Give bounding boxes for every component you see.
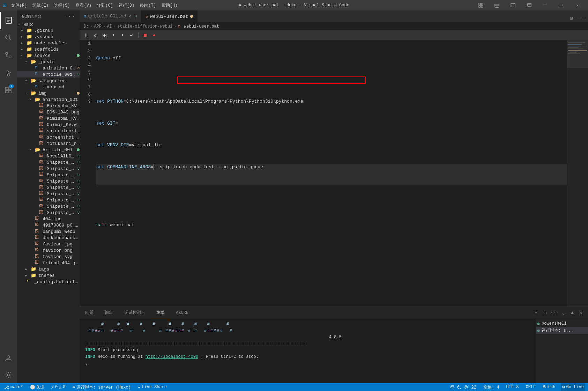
window-minimize-button[interactable]: ─ <box>537 0 553 10</box>
explorer-icon[interactable] <box>0 12 17 29</box>
sidebar-item-darkmode[interactable]: ▶🖼darkmodebackgro... <box>17 235 80 241</box>
status-errors[interactable]: ✗ 0 △ 0 <box>50 383 67 391</box>
breadcrumb-ai[interactable]: AI <box>107 24 112 29</box>
sidebar-item-snipaste3[interactable]: ▶🖼Snipaste_20...U <box>17 172 80 178</box>
terminal-main[interactable]: # # # # # # # # # # ##### #### # # # ###… <box>80 319 536 383</box>
window-restore-button[interactable]: □ <box>553 0 569 10</box>
window-layout-btn[interactable] <box>489 0 505 10</box>
sidebar-item-snipaste6[interactable]: ▶🖼Snipaste_20...U <box>17 191 80 197</box>
sidebar-item-tags[interactable]: ▶ 📁 tags <box>17 266 80 272</box>
source-control-activity-icon[interactable] <box>0 47 17 64</box>
sidebar-item-onimai[interactable]: ▶🖼Onimai_KV.webp <box>17 121 80 128</box>
breadcrumb-file[interactable]: ⚙ webui-user.bat <box>178 24 219 29</box>
menu-goto[interactable]: 转到(G) <box>95 2 115 9</box>
window-sidebar-btn[interactable] <box>505 0 521 10</box>
panel-collapse-icon[interactable]: ⌄ <box>559 309 567 317</box>
sidebar-item-bokuyaba[interactable]: ▶🖼Bokuyaba_KV2.w... <box>17 103 80 109</box>
sidebar-item-snipaste8[interactable]: ▶🖼Snipaste_20...U <box>17 203 80 209</box>
debug-step-up-btn[interactable]: ⬆ <box>110 31 117 39</box>
sidebar-item-snipaste9[interactable]: ▶🖼Snipaste_20...U <box>17 209 80 216</box>
sidebar-item-snipaste4[interactable]: ▶🖼Snipaste_20...U <box>17 178 80 184</box>
sidebar-item-snipaste2[interactable]: ▶🖼Snipaste_20...U <box>17 165 80 172</box>
sidebar-options-icon[interactable]: ··· <box>64 13 75 20</box>
status-cursor-position[interactable]: 行 6, 列 22 <box>449 383 477 391</box>
panel-new-terminal-icon[interactable]: + <box>532 309 540 317</box>
sidebar-item-img[interactable]: ▾ 📂 img <box>17 90 80 96</box>
menu-edit[interactable]: 编辑(E) <box>30 2 51 9</box>
breadcrumb-drive[interactable]: D: <box>84 24 89 29</box>
sidebar-item-faviconjpg[interactable]: ▶🖼favicon.jpg <box>17 241 80 247</box>
status-sync[interactable]: ⚪ 0△0 <box>29 383 46 391</box>
tab-close-article001[interactable]: ✕ <box>128 14 131 19</box>
sidebar-item-friend404[interactable]: ▶🖼friend_404.gif <box>17 260 80 266</box>
terminal-side-runscript[interactable]: ⊡ 运行脚本: s... <box>536 327 588 334</box>
sidebar-item-animation00[interactable]: ▶ M animation_00... M <box>17 65 80 71</box>
panel-tab-problems[interactable]: 问题 <box>80 307 99 319</box>
sidebar-item-scaffolds[interactable]: ▶ 📁 scaffolds <box>17 46 80 52</box>
status-language[interactable]: Batch <box>541 383 557 391</box>
sidebar-item-novelai[interactable]: ▶🖼NovelAILOG...U <box>17 153 80 159</box>
menu-select[interactable]: 选择(S) <box>52 2 72 9</box>
sidebar-item-bangumi[interactable]: ▶🖼bangumi.webp <box>17 228 80 235</box>
tree-root-hexo[interactable]: ▾ HEXO <box>17 22 80 27</box>
status-branch[interactable]: ⎇ main* <box>3 383 24 391</box>
sidebar-item-themes[interactable]: ▶ 📁 themes <box>17 272 80 279</box>
sidebar-item-404jpg[interactable]: ▶🖼404.jpg <box>17 216 80 222</box>
sidebar-item-config-butterfly[interactable]: ▶ Y _config.butterfly.yml <box>17 279 80 285</box>
sidebar-item-screenshot[interactable]: ▶🖼screenshot_boku... <box>17 134 80 140</box>
debug-step-back-btn[interactable]: ↩ <box>128 31 135 39</box>
account-activity-icon[interactable] <box>0 350 17 367</box>
sidebar-item-categories[interactable]: ▾ 📂 categories <box>17 78 80 84</box>
panel-tab-output[interactable]: 输出 <box>99 307 119 319</box>
code-content[interactable]: @echo off set PYTHON=C:\Users\misak\AppD… <box>94 40 567 307</box>
panel-tab-azure[interactable]: AZURE <box>170 307 194 319</box>
sidebar-item-faviconsvg[interactable]: ▶🖼favicon.svg <box>17 253 80 260</box>
status-spaces[interactable]: 空格: 4 <box>482 383 501 391</box>
status-encoding[interactable]: UTF-8 <box>505 383 520 391</box>
sidebar-item-kimisomu[interactable]: ▶🖼Kimisomu_KV2.w... <box>17 115 80 121</box>
tab-webui-bat[interactable]: ⚙ webui-user.bat <box>141 10 198 22</box>
sidebar-item-e05[interactable]: ▶🖼E05-1949.png <box>17 109 80 115</box>
panel-tab-debug-console[interactable]: 调试控制台 <box>119 307 151 319</box>
status-run-script[interactable]: ⊕ 运行脚本: server (Hexo) <box>71 383 132 391</box>
extensions-activity-icon[interactable]: 1 <box>0 82 17 98</box>
run-debug-activity-icon[interactable] <box>0 64 17 81</box>
debug-step-down-btn[interactable]: ⬇ <box>119 31 126 39</box>
sidebar-item-sakura[interactable]: ▶🖼sakurainorio.webp <box>17 128 80 134</box>
sidebar-item-snipaste5[interactable]: ▶🖼Snipaste_20...U <box>17 184 80 191</box>
sidebar-item-animation001-folder[interactable]: ▾ 📂 animation_001 <box>17 96 80 103</box>
more-actions-icon[interactable]: ··· <box>577 14 585 22</box>
sidebar-item-snipaste1[interactable]: ▶🖼Snipaste_20...U <box>17 159 80 165</box>
panel-more-icon[interactable]: ··· <box>550 309 558 317</box>
breadcrumb-app[interactable]: APP <box>94 24 102 29</box>
sidebar-item-posts[interactable]: ▾ 📂 _posts <box>17 59 80 65</box>
split-editor-icon[interactable]: ⊟ <box>567 14 575 22</box>
terminal-localhost-link[interactable]: http://localhost:4000 <box>146 354 198 359</box>
sidebar-item-faviconpng[interactable]: ▶🖼favicon.png <box>17 247 80 253</box>
search-activity-icon[interactable] <box>0 29 17 46</box>
menu-help[interactable]: 帮助(H) <box>159 2 180 9</box>
code-editor[interactable]: 1 2 3 4 5 6 7 8 9 @echo off set PYTHON=C… <box>80 40 567 307</box>
status-golive[interactable]: ⊡ Go Live <box>561 383 585 391</box>
debug-step-over-btn[interactable]: ⏭ <box>101 31 108 39</box>
panel-maximize-icon[interactable]: ▲ <box>568 309 576 317</box>
debug-restart-btn[interactable]: ↺ <box>91 31 99 39</box>
settings-activity-icon[interactable] <box>0 367 17 383</box>
sidebar-item-node-modules[interactable]: ▶ 📁 node_modules <box>17 40 80 46</box>
panel-close-icon[interactable]: ✕ <box>578 309 585 317</box>
window-close-button[interactable]: ✕ <box>569 0 585 10</box>
breadcrumb-stable-diffusion[interactable]: stable-diffusion-webui <box>117 24 172 29</box>
menu-file[interactable]: 文件(F) <box>9 2 29 9</box>
sidebar-item-source[interactable]: ▾ 📂 source <box>17 52 80 59</box>
window-fullscreen-btn[interactable] <box>521 0 537 10</box>
window-icon-btn[interactable] <box>473 0 489 10</box>
sidebar-item-article001[interactable]: ▶ M article_001.md U <box>17 71 80 78</box>
menu-view[interactable]: 查看(V) <box>73 2 94 9</box>
debug-pause-btn[interactable]: ⏸ <box>82 31 90 39</box>
tab-article001[interactable]: M article_001.md ✕ U <box>80 10 141 22</box>
sidebar-item-snipaste7[interactable]: ▶🖼Snipaste_20...U <box>17 197 80 203</box>
menu-terminal[interactable]: 终端(T) <box>138 2 158 9</box>
terminal-side-powershell[interactable]: ⊡ powershell <box>536 320 588 327</box>
sidebar-item-article001-folder[interactable]: ▾ 📂 Article_001 <box>17 147 80 153</box>
sidebar-item-vscode[interactable]: ▶ 📁 .vscode <box>17 34 80 40</box>
